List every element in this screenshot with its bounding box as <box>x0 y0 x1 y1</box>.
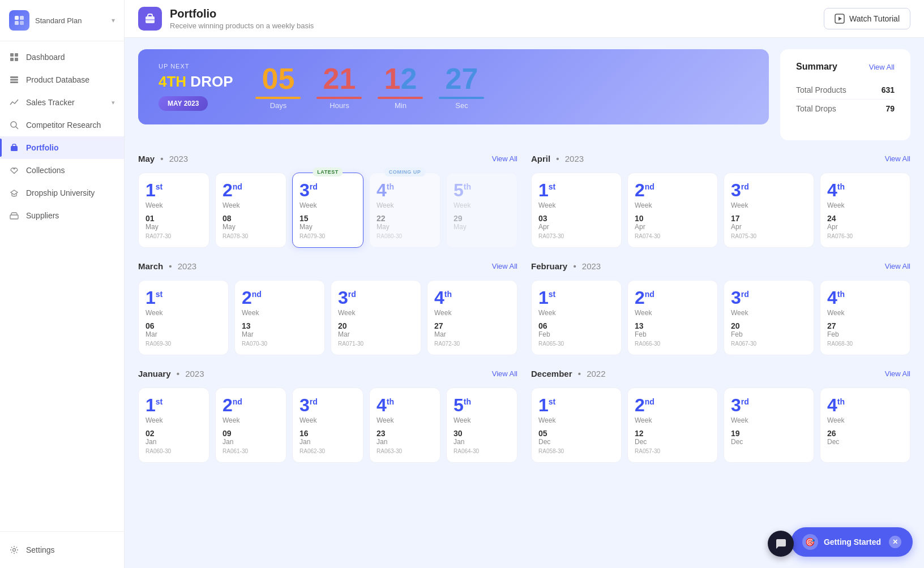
drop-month: Apr <box>731 223 807 231</box>
summary-box: Summary View All Total Products 631 Tota… <box>780 49 910 140</box>
drop-code: RA077-30 <box>146 233 202 239</box>
drop-card[interactable]: 3rd Week 20 Mar RA071-30 <box>331 280 421 355</box>
week-label: Week <box>827 201 903 209</box>
sidebar-item-collections[interactable]: Collections <box>0 159 124 182</box>
page-header: Portfolio Receive winning products on a … <box>125 0 924 38</box>
drop-card[interactable]: LATEST 3rd Week 15 May RA079-30 <box>292 173 363 248</box>
summary-view-all[interactable]: View All <box>869 63 895 71</box>
drop-code: RA068-30 <box>827 341 903 347</box>
week-number: 4th <box>827 396 903 414</box>
drop-card[interactable]: 1st Week 06 Mar RA069-30 <box>138 280 229 355</box>
week-number: 3rd <box>300 396 356 414</box>
drop-card[interactable]: 4th Week 27 Mar RA072-30 <box>427 280 517 355</box>
week-number: 4th <box>377 181 433 199</box>
march-drops-grid: 1st Week 06 Mar RA069-30 2nd Week 13 Mar… <box>138 280 517 355</box>
drop-card[interactable]: 4th Week 23 Jan RA063-30 <box>369 388 440 463</box>
drop-card[interactable]: 1st Week 01 May RA077-30 <box>138 173 209 248</box>
february-view-all[interactable]: View All <box>885 262 910 270</box>
countdown-banner: UP NEXT 4TH DROP MAY 2023 05 Days 21 <box>138 49 769 124</box>
drop-card[interactable]: 4th Week 24 Apr RA076-30 <box>820 173 910 248</box>
sidebar-item-settings[interactable]: Settings <box>0 539 124 561</box>
sidebar-item-dropship-university[interactable]: Dropship University <box>0 182 124 204</box>
december-view-all[interactable]: View All <box>885 369 910 378</box>
sidebar-item-sales-tracker[interactable]: Sales Tracker ▾ <box>0 91 124 114</box>
month-april-2023: April • 2023 View All 1st Week 03 Apr RA… <box>531 154 910 248</box>
january-title: January • 2023 <box>138 369 204 378</box>
countdown-hours-value: 21 <box>316 64 362 93</box>
sidebar-item-portfolio[interactable]: Portfolio <box>0 136 124 159</box>
drop-code: RA080-30 <box>377 233 433 239</box>
drop-card[interactable]: COMING UP 4th Week 22 May RA080-30 <box>369 173 440 248</box>
drop-card[interactable]: 2nd Week 12 Dec RA057-30 <box>627 388 718 463</box>
drop-date: 26 <box>827 429 903 438</box>
countdown-sec-value: 27 <box>439 64 484 93</box>
drop-card[interactable]: 3rd Week 16 Jan RA062-30 <box>292 388 363 463</box>
countdown-days-value: 05 <box>255 64 301 93</box>
days-progress-bar <box>255 97 301 99</box>
getting-started-widget[interactable]: 🎯 Getting Started ✕ <box>791 527 913 557</box>
march-view-all[interactable]: View All <box>492 262 517 270</box>
drop-card[interactable]: 2nd Week 13 Mar RA070-30 <box>234 280 325 355</box>
february-name: February <box>531 261 567 271</box>
drop-month: May <box>223 223 279 231</box>
drop-card[interactable]: 3rd Week 20 Feb RA067-30 <box>724 280 814 355</box>
week-number: 3rd <box>338 289 414 307</box>
sidebar-item-label: Dropship University <box>26 188 95 197</box>
chat-button[interactable] <box>768 531 794 557</box>
drop-card[interactable]: 3rd Week 17 Apr RA075-30 <box>724 173 814 248</box>
drop-month: May <box>454 223 510 231</box>
svg-rect-7 <box>15 58 18 61</box>
drop-card[interactable]: 2nd Week 09 Jan RA061-30 <box>215 388 286 463</box>
week-label: Week <box>377 201 433 209</box>
sidebar-logo[interactable]: Standard Plan ▾ <box>0 0 124 41</box>
drop-code: RA067-30 <box>731 341 807 347</box>
watch-tutorial-button[interactable]: Watch Tutorial <box>824 8 910 29</box>
may-view-all[interactable]: View All <box>492 154 517 163</box>
drop-card[interactable]: 4th Week 27 Feb RA068-30 <box>820 280 910 355</box>
sidebar-item-dashboard[interactable]: Dashboard <box>0 46 124 68</box>
drop-card[interactable]: 1st Week 03 Apr RA073-30 <box>531 173 622 248</box>
drop-date: 20 <box>731 321 807 330</box>
week-label: Week <box>146 201 202 209</box>
sidebar-item-product-database[interactable]: Product Database <box>0 68 124 91</box>
countdown-hours-label: Hours <box>316 101 362 110</box>
drop-date: 06 <box>538 321 614 330</box>
countdown-days: 05 Days <box>255 64 301 110</box>
drop-card[interactable]: 2nd Week 10 Apr RA074-30 <box>627 173 718 248</box>
april-view-all[interactable]: View All <box>885 154 910 163</box>
drop-code: RA079-30 <box>300 233 356 239</box>
drop-card[interactable]: 3rd Week 19 Dec <box>724 388 814 463</box>
january-view-all[interactable]: View All <box>492 369 517 378</box>
drop-card[interactable]: 2nd Week 13 Feb RA066-30 <box>627 280 718 355</box>
drop-date: 05 <box>538 429 614 438</box>
april-name: April <box>531 154 550 163</box>
drop-card[interactable]: 5th Week 30 Jan RA064-30 <box>446 388 517 463</box>
svg-rect-14 <box>10 215 18 219</box>
banner-info: UP NEXT 4TH DROP MAY 2023 <box>159 63 233 111</box>
week-number: 3rd <box>731 289 807 307</box>
december-title: December • 2022 <box>531 369 606 378</box>
collections-icon <box>9 165 19 175</box>
drop-card[interactable]: 1st Week 05 Dec RA058-30 <box>531 388 622 463</box>
drop-card[interactable]: 1st Week 02 Jan RA060-30 <box>138 388 209 463</box>
sidebar-item-suppliers[interactable]: Suppliers <box>0 204 124 227</box>
drop-card[interactable]: 4th Week 26 Dec <box>820 388 910 463</box>
portfolio-icon <box>9 143 19 153</box>
week-number: 2nd <box>223 396 279 414</box>
countdown-sec: 27 Sec <box>439 64 484 110</box>
month-row-january-december: January • 2023 View All 1st Week 02 Jan … <box>138 369 910 463</box>
drop-month: Feb <box>635 330 711 338</box>
drop-card[interactable]: 1st Week 06 Feb RA065-30 <box>531 280 622 355</box>
week-number: 5th <box>454 181 510 199</box>
drop-card[interactable]: 2nd Week 08 May RA078-30 <box>215 173 286 248</box>
getting-started-icon: 🎯 <box>802 534 818 550</box>
sales-tracker-icon <box>9 97 19 107</box>
getting-started-close-button[interactable]: ✕ <box>889 536 901 548</box>
drop-badge: MAY 2023 <box>159 96 208 111</box>
january-drops-grid: 1st Week 02 Jan RA060-30 2nd Week 09 Jan… <box>138 388 517 463</box>
drop-code: RA070-30 <box>242 341 318 347</box>
sidebar-item-competitor-research[interactable]: Competitor Research <box>0 114 124 136</box>
drop-date: 06 <box>146 321 221 330</box>
drop-date: 20 <box>338 321 414 330</box>
month-december-2022: December • 2022 View All 1st Week 05 Dec… <box>531 369 910 463</box>
